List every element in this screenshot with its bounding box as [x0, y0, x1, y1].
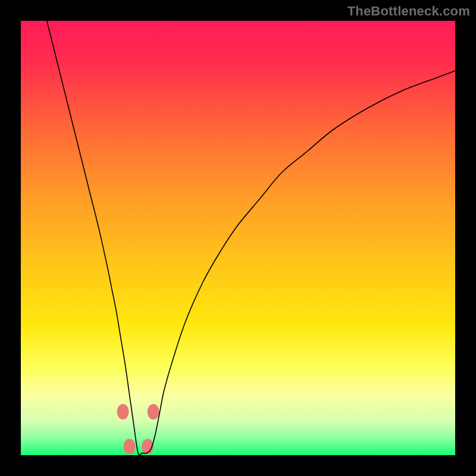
plot-area [21, 21, 455, 455]
app-frame: TheBottleneck.com [0, 0, 476, 476]
highlight-dot [148, 404, 159, 419]
chart-background [21, 21, 455, 455]
highlight-dot [117, 404, 129, 419]
watermark-label: TheBottleneck.com [347, 4, 470, 19]
highlight-dot [124, 439, 136, 454]
bottleneck-chart [21, 21, 455, 455]
